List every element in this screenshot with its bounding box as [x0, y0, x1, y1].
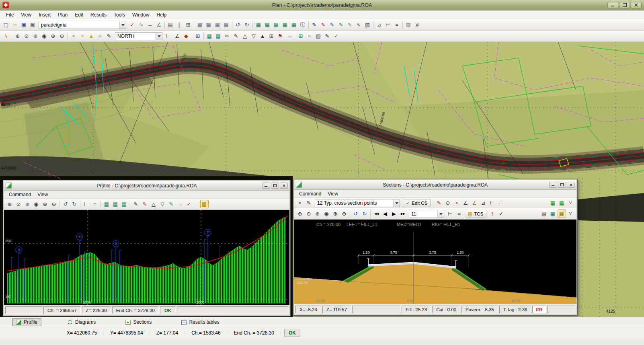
menu-plan[interactable]: Plan [54, 11, 71, 18]
grade-check-icon[interactable]: ∠ [155, 21, 163, 29]
polyline-pen-icon[interactable]: ∿ [355, 21, 363, 29]
menu-results[interactable]: Results [87, 11, 110, 18]
print-table-icon[interactable]: ▤ [540, 209, 548, 218]
zoom-extents-icon[interactable]: ⊕ [23, 200, 32, 208]
sections-maximize-button[interactable] [558, 182, 566, 188]
numbering-icon[interactable]: # [413, 21, 422, 29]
menu-insert[interactable]: Insert [35, 11, 54, 18]
table-widths-icon[interactable]: ▦ [222, 21, 231, 29]
sections-close-button[interactable] [567, 182, 575, 188]
zoom-out-icon[interactable]: ⊖ [340, 209, 349, 218]
last-section-icon[interactable]: ▶▶ [399, 209, 407, 218]
tab-results-tables[interactable]: Results tables [178, 318, 223, 326]
menu-edit[interactable]: Edit [71, 11, 87, 18]
regen-lightning-icon[interactable]: ϟ [2, 32, 10, 40]
undo-icon[interactable]: ↺ [62, 200, 70, 208]
table-next-icon[interactable]: ▦ [214, 32, 223, 40]
angle-measure-icon[interactable]: ∠ [173, 32, 182, 40]
green-table-icon[interactable]: ▦ [549, 209, 557, 218]
linetype-icon[interactable]: ≡ [393, 21, 401, 29]
vertex-down-icon[interactable]: ▽ [158, 200, 167, 208]
results-table-3-icon[interactable]: ▦ [272, 21, 281, 29]
vertex-up-icon[interactable]: △ [241, 32, 249, 40]
pen-red-icon[interactable]: ✎ [435, 199, 443, 207]
overflow-chevron-icon[interactable]: ˅ [566, 209, 575, 218]
slope-right-icon[interactable]: ∠ [470, 199, 479, 207]
zoom-window-icon[interactable]: ⊕ [296, 209, 304, 218]
check-icon[interactable]: ✓ [185, 200, 193, 208]
sketch-icon[interactable]: ✎ [105, 32, 113, 40]
results-table-5-icon[interactable]: ▦ [290, 21, 298, 29]
pen-green-icon[interactable]: ✎ [167, 200, 176, 208]
profile-close-button[interactable] [280, 183, 288, 189]
grid-table-icon[interactable]: ▥ [404, 21, 413, 29]
blue-grid-icon[interactable]: ⊞ [194, 32, 202, 40]
first-section-icon[interactable]: ◀◀ [372, 209, 381, 218]
sections-minimize-button[interactable] [549, 182, 557, 188]
zoom-in-icon[interactable]: ⊕ [331, 209, 340, 218]
sections-menu-view[interactable]: View [324, 191, 341, 197]
menu-help[interactable]: Help [153, 11, 170, 18]
tangent-arrow-icon[interactable]: → [176, 200, 185, 208]
measure-icon[interactable]: ⊢ [446, 209, 455, 218]
menu-window[interactable]: Window [129, 11, 153, 18]
point-small-icon[interactable]: ∘ [453, 199, 461, 207]
confirm-check-icon[interactable]: ✓ [332, 32, 340, 40]
measure-icon[interactable]: ⊢ [384, 21, 392, 29]
dim-horizontal-icon[interactable]: ⊢ [164, 32, 173, 40]
undo-icon[interactable]: ↺ [352, 209, 360, 218]
junction-table-icon[interactable]: ⊞ [184, 21, 193, 29]
open-drawing-icon[interactable]: ▱ [11, 21, 19, 29]
next-section-icon[interactable]: ▶ [390, 209, 398, 218]
elevations-table-icon[interactable]: ▦ [111, 200, 120, 208]
redo-icon[interactable]: ↻ [243, 21, 251, 29]
draw-pen-black-icon[interactable]: ✎ [310, 21, 319, 29]
zoom-in-icon[interactable]: ⊕ [49, 32, 57, 40]
chevron-down-icon[interactable] [437, 210, 444, 218]
draw-pen-green-icon[interactable]: ✎ [337, 21, 345, 29]
find-point-icon[interactable]: ⌖ [78, 32, 87, 40]
node-insert-icon[interactable]: ⊞ [267, 32, 276, 40]
cross-section-icon[interactable]: ⌖ [296, 199, 304, 207]
prev-section-icon[interactable]: ◀ [381, 209, 390, 218]
draw-check-pen-icon[interactable]: ✎ [323, 32, 332, 40]
apply-check-icon[interactable]: ✓ [497, 209, 505, 218]
table-elements-icon[interactable]: ▦ [205, 21, 213, 29]
undo-icon[interactable]: ↺ [234, 21, 242, 29]
apply-check-icon[interactable]: ✓ [128, 21, 137, 29]
draw-pen-red-icon[interactable]: ✎ [319, 21, 328, 29]
drop-node-icon[interactable]: ∴ [497, 199, 505, 207]
pen-black-icon[interactable]: ✎ [132, 200, 140, 208]
offset-icon[interactable]: ⊢ [488, 199, 496, 207]
green-layers-icon[interactable]: ≡ [306, 32, 314, 40]
profile-menu-command[interactable]: Command [6, 191, 34, 198]
tab-profile[interactable]: Profile [12, 318, 41, 326]
snap-warning-icon[interactable]: ▲ [87, 32, 96, 40]
vertex-down-icon[interactable]: ▽ [250, 32, 258, 40]
layers-icon[interactable]: ≡ [91, 200, 99, 208]
flag-icon[interactable]: ⚑ [276, 32, 285, 40]
zoom-realtime-icon[interactable]: ⊙ [14, 200, 23, 208]
zoom-window-icon[interactable]: ⊕ [6, 200, 14, 208]
results-table-1-icon[interactable]: ▦ [254, 21, 263, 29]
hatch-pen-icon[interactable]: ▨ [363, 21, 372, 29]
find-chainage-icon[interactable]: ⌖ [70, 32, 78, 40]
pan-icon[interactable]: ◉ [32, 200, 41, 208]
chevron-down-icon[interactable] [156, 33, 162, 40]
table-vertices-icon[interactable]: ▦ [213, 21, 222, 29]
view-orientation-combo[interactable]: NORTH [115, 32, 162, 40]
results-table-2-icon[interactable]: ▦ [263, 21, 272, 29]
redo-icon[interactable]: ↻ [70, 200, 79, 208]
section-number-combo[interactable]: 11 [409, 210, 444, 218]
save-drawing-icon[interactable]: ▣ [20, 21, 28, 29]
zoom-out-icon[interactable]: ⊖ [50, 200, 58, 208]
typical-section-combo[interactable]: 12 Typ. cross-section points [315, 199, 400, 207]
green-table-2-icon[interactable]: ▦ [558, 199, 566, 207]
measure-icon[interactable]: ⊢ [82, 200, 90, 208]
zoom-out-icon[interactable]: ⊖ [58, 32, 66, 40]
close-button[interactable] [631, 2, 642, 8]
chevron-down-icon[interactable] [393, 199, 400, 207]
tab-diagrams[interactable]: Diagrams [64, 318, 99, 326]
zoom-in-icon[interactable]: ⊕ [41, 200, 49, 208]
profile-menu-view[interactable]: View [34, 191, 51, 198]
